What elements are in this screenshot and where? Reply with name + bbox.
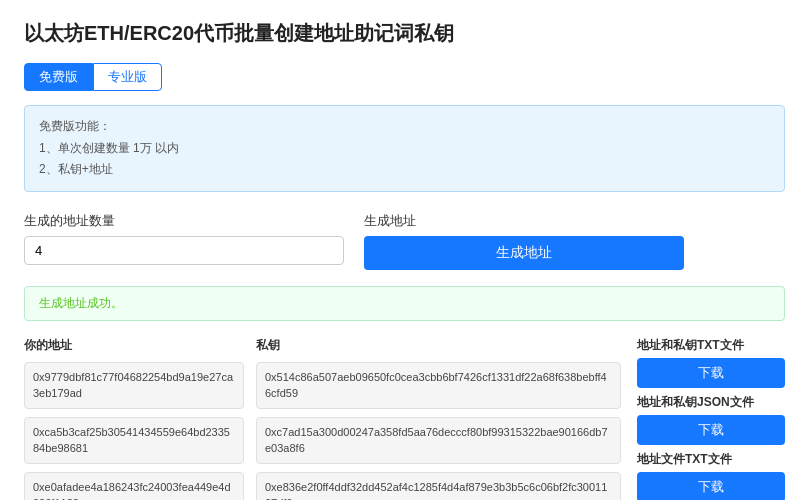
download-panel: 地址和私钥TXT文件 下载 地址和私钥JSON文件 下载 地址文件TXT文件 下… (637, 337, 785, 500)
generate-section: 生成地址 生成地址 (364, 212, 684, 270)
tab-pro[interactable]: 专业版 (93, 63, 162, 91)
download-label-0: 地址和私钥TXT文件 (637, 337, 785, 354)
address-cell-1: 0xca5b3caf25b30541434559e64bd233584be986… (24, 417, 244, 464)
col-key-header: 私钥 (256, 337, 621, 354)
info-box: 免费版功能： 1、单次创建数量 1万 以内 2、私钥+地址 (24, 105, 785, 192)
table-row: 0xe0afadee4a186243fc24003fea449e4d986f11… (24, 472, 621, 500)
address-cell-2: 0xe0afadee4a186243fc24003fea449e4d986f11… (24, 472, 244, 500)
address-count-label: 生成的地址数量 (24, 212, 344, 230)
download-btn-2[interactable]: 下载 (637, 472, 785, 500)
tabs: 免费版 专业版 (24, 63, 785, 91)
address-cell-0: 0x9779dbf81c77f04682254bd9a19e27ca3eb179… (24, 362, 244, 409)
download-btn-0[interactable]: 下载 (637, 358, 785, 388)
tab-free[interactable]: 免费版 (24, 63, 93, 91)
download-label-1: 地址和私钥JSON文件 (637, 394, 785, 411)
download-group-1: 地址和私钥JSON文件 下载 (637, 394, 785, 445)
table-row: 0xca5b3caf25b30541434559e64bd233584be986… (24, 417, 621, 464)
table-header: 你的地址 私钥 (24, 337, 621, 354)
success-msg: 生成地址成功。 (39, 296, 123, 310)
key-cell-2: 0xe836e2f0ff4ddf32dd452af4c1285f4d4af879… (256, 472, 621, 500)
success-bar: 生成地址成功。 (24, 286, 785, 321)
download-group-0: 地址和私钥TXT文件 下载 (637, 337, 785, 388)
key-cell-1: 0xc7ad15a300d00247a358fd5aa76decccf80bf9… (256, 417, 621, 464)
download-btn-1[interactable]: 下载 (637, 415, 785, 445)
info-line-1: 1、单次创建数量 1万 以内 (39, 138, 770, 160)
address-count-input[interactable] (24, 236, 344, 265)
main-container: 以太坊ETH/ERC20代币批量创建地址助记词私钥 免费版 专业版 免费版功能：… (0, 0, 809, 500)
table-row: 0x9779dbf81c77f04682254bd9a19e27ca3eb179… (24, 362, 621, 409)
download-group-2: 地址文件TXT文件 下载 (637, 451, 785, 500)
generate-btn[interactable]: 生成地址 (364, 236, 684, 270)
info-line-2: 2、私钥+地址 (39, 159, 770, 181)
page-title: 以太坊ETH/ERC20代币批量创建地址助记词私钥 (24, 20, 785, 47)
result-table: 你的地址 私钥 0x9779dbf81c77f04682254bd9a19e27… (24, 337, 621, 500)
address-count-group: 生成的地址数量 (24, 212, 344, 265)
download-label-2: 地址文件TXT文件 (637, 451, 785, 468)
key-cell-0: 0x514c86a507aeb09650fc0cea3cbb6bf7426cf1… (256, 362, 621, 409)
info-title: 免费版功能： (39, 116, 770, 138)
col-address-header: 你的地址 (24, 337, 244, 354)
form-section: 生成的地址数量 生成地址 生成地址 (24, 212, 785, 270)
generate-label: 生成地址 (364, 212, 684, 230)
result-section: 你的地址 私钥 0x9779dbf81c77f04682254bd9a19e27… (24, 337, 785, 500)
